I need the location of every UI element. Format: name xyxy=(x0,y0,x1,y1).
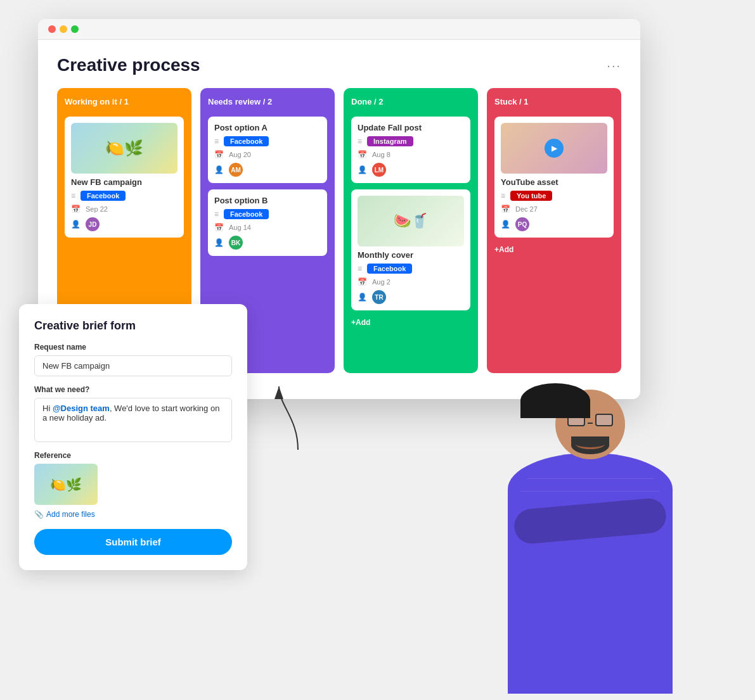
list-icon: ≡ xyxy=(71,191,75,200)
glass-bridge xyxy=(588,423,593,424)
what-we-need-textarea[interactable]: Hi @Design team, We'd love to start work… xyxy=(34,398,232,442)
card-avatar-row: 👤 AM xyxy=(214,163,321,177)
sweater-texture-2 xyxy=(520,491,660,492)
card-tag-row: ≡ Instagram xyxy=(358,136,464,146)
column-header-review: Needs review / 2 xyxy=(208,97,327,106)
facebook-tag[interactable]: Facebook xyxy=(367,264,412,274)
calendar-icon: 📅 xyxy=(358,277,367,286)
card-title: Post option B xyxy=(214,196,321,205)
card-youtube-asset[interactable]: ▶ YouTube asset ≡ You tube 📅 Dec 27 👤 xyxy=(494,117,614,238)
play-button[interactable]: ▶ xyxy=(545,139,564,158)
person-hair xyxy=(520,383,590,418)
card-title: Update Fall post xyxy=(358,123,464,132)
avatar: LM xyxy=(372,163,386,177)
card-avatar-row: 👤 LM xyxy=(358,163,464,177)
card-avatar-row: 👤 TR xyxy=(358,290,464,304)
card-avatar-row: 👤 PQ xyxy=(501,217,607,231)
card-date-row: 📅 Dec 27 xyxy=(501,205,607,213)
person-icon: 👤 xyxy=(214,238,224,247)
right-lens xyxy=(595,414,613,426)
column-done: Done / 2 Update Fall post ≡ Instagram 📅 … xyxy=(344,88,478,373)
card-date-row: 📅 Aug 14 xyxy=(214,223,321,232)
facebook-tag[interactable]: Facebook xyxy=(224,136,269,146)
calendar-icon: 📅 xyxy=(71,205,81,213)
submit-brief-button[interactable]: Submit brief xyxy=(34,529,232,555)
arms-crossed xyxy=(513,497,668,545)
facebook-tag[interactable]: Facebook xyxy=(81,191,126,201)
sweater-texture-1 xyxy=(527,478,654,479)
card-date: Sep 22 xyxy=(86,205,108,213)
card-post-option-b[interactable]: Post option B ≡ Facebook 📅 Aug 14 👤 BK xyxy=(208,189,327,256)
calendar-icon: 📅 xyxy=(214,150,224,159)
browser-toolbar xyxy=(38,19,640,40)
column-header-stuck: Stuck / 1 xyxy=(494,97,614,106)
person-icon: 👤 xyxy=(501,220,510,229)
card-post-option-a[interactable]: Post option A ≡ Facebook 📅 Aug 20 👤 AM xyxy=(208,117,327,183)
list-icon: ≡ xyxy=(358,137,362,146)
card-title: Monthly cover xyxy=(358,250,464,260)
add-files-link[interactable]: 📎 Add more files xyxy=(34,510,232,519)
card-avatar-row: 👤 JD xyxy=(71,217,177,231)
watermelon-image xyxy=(358,196,464,246)
card-update-fall-post[interactable]: Update Fall post ≡ Instagram 📅 Aug 8 👤 L… xyxy=(351,117,470,183)
request-name-label: Request name xyxy=(34,343,232,352)
avatar: BK xyxy=(229,236,243,250)
card-date-row: 📅 Sep 22 xyxy=(71,205,177,213)
list-icon: ≡ xyxy=(358,264,362,273)
card-date-row: 📅 Aug 2 xyxy=(358,277,464,286)
card-tag-row: ≡ Facebook xyxy=(358,264,464,274)
avatar: JD xyxy=(86,217,100,231)
calendar-icon: 📅 xyxy=(214,223,224,232)
card-monthly-cover[interactable]: Monthly cover ≡ Facebook 📅 Aug 2 👤 TR xyxy=(351,189,470,310)
person-icon: 👤 xyxy=(71,220,81,229)
reference-image: 🍋🌿 xyxy=(34,464,98,505)
person-icon: 👤 xyxy=(358,293,367,302)
request-name-input[interactable] xyxy=(34,355,232,376)
person-icon: 👤 xyxy=(214,165,224,174)
page-title: Creative process xyxy=(57,55,200,75)
mention-design-team: @Design team xyxy=(53,404,110,413)
card-avatar-row: 👤 BK xyxy=(214,236,321,250)
traffic-light-green[interactable] xyxy=(71,25,79,33)
done-add-button[interactable]: +Add xyxy=(351,317,470,328)
arrow-connector xyxy=(273,380,323,456)
traffic-light-yellow[interactable] xyxy=(60,25,67,33)
card-new-fb-campaign[interactable]: New FB campaign ≡ Facebook 📅 Sep 22 👤 JD xyxy=(65,117,184,238)
instagram-tag[interactable]: Instagram xyxy=(367,136,413,146)
limes-image xyxy=(71,123,177,174)
facebook-tag[interactable]: Facebook xyxy=(224,209,269,219)
card-date: Dec 27 xyxy=(515,205,538,213)
card-image-watermelon xyxy=(358,196,464,246)
youtube-thumbnail: ▶ xyxy=(501,123,607,174)
creative-brief-form: Creative brief form Request name What we… xyxy=(19,304,247,570)
more-options-button[interactable]: ··· xyxy=(607,58,621,73)
page-header: Creative process ··· xyxy=(57,55,621,75)
card-date-row: 📅 Aug 20 xyxy=(214,150,321,159)
person-figure xyxy=(463,352,717,700)
card-tag-row: ≡ Facebook xyxy=(214,209,321,219)
person-body xyxy=(508,453,673,694)
card-date: Aug 2 xyxy=(372,278,390,286)
avatar: TR xyxy=(372,290,386,304)
smile xyxy=(576,439,605,449)
card-title: YouTube asset xyxy=(501,177,607,187)
avatar: PQ xyxy=(515,217,529,231)
add-files-label: Add more files xyxy=(46,510,95,519)
card-date: Aug 20 xyxy=(229,151,251,158)
list-icon: ≡ xyxy=(214,137,219,146)
stuck-add-button[interactable]: +Add xyxy=(494,244,614,255)
card-image-youtube: ▶ xyxy=(501,123,607,174)
card-title: New FB campaign xyxy=(71,177,177,187)
calendar-icon: 📅 xyxy=(501,205,510,213)
traffic-light-red[interactable] xyxy=(48,25,56,33)
youtube-tag[interactable]: You tube xyxy=(510,191,552,201)
column-stuck: Stuck / 1 ▶ YouTube asset ≡ You tube 📅 xyxy=(487,88,621,373)
list-icon: ≡ xyxy=(501,191,505,200)
form-title: Creative brief form xyxy=(34,319,232,333)
card-image-limes xyxy=(71,123,177,174)
card-date-row: 📅 Aug 8 xyxy=(358,150,464,159)
what-we-need-label: What we need? xyxy=(34,385,232,394)
avatar: AM xyxy=(229,163,243,177)
card-tag-row: ≡ You tube xyxy=(501,191,607,201)
card-title: Post option A xyxy=(214,123,321,132)
